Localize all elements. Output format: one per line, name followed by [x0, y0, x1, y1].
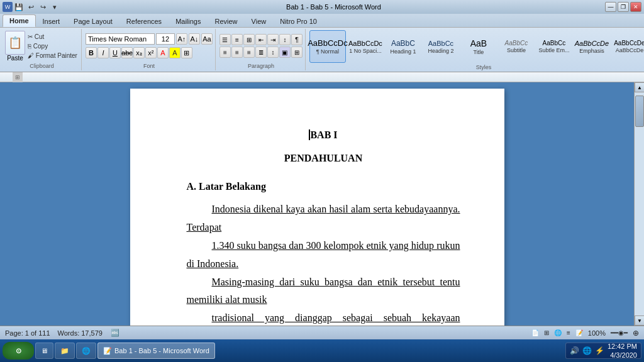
scroll-up-btn[interactable]: ▲	[635, 82, 644, 92]
paste-button[interactable]: 📋 Paste	[5, 31, 25, 62]
undo-quick-btn[interactable]: ↩	[26, 2, 36, 12]
paragraph-3: Masing-masing dari suku bangsa dan etnik…	[187, 273, 460, 310]
align-right-btn[interactable]: ≡	[243, 47, 255, 58]
clipboard-label: Clipboard	[5, 63, 79, 69]
view-web-btn[interactable]: 🌐	[554, 329, 562, 336]
cut-btn[interactable]: ✂ Cut	[26, 33, 79, 41]
tab-nitro[interactable]: Nitro Pro 10	[273, 14, 324, 27]
word-taskbar-btn[interactable]: 📝 Bab 1 - Bab 5 - Microsoft Word	[97, 343, 215, 359]
title-bar: W 💾 ↩ ↪ ▾ Bab 1 - Bab 5 - Microsoft Word…	[0, 0, 644, 14]
align-justify-btn[interactable]: ≣	[255, 47, 267, 58]
tab-view[interactable]: View	[245, 14, 274, 27]
paragraph-2: 1.340 suku bangsa dan 300 kelompok etnik…	[187, 237, 460, 273]
borders-btn[interactable]: ⊞	[291, 47, 303, 58]
show-marks-btn[interactable]: ¶	[291, 34, 303, 45]
paragraph-label: Paragraph	[219, 63, 303, 69]
italic-btn[interactable]: I	[97, 47, 109, 58]
format-painter-btn[interactable]: 🖌 Format Painter	[26, 52, 79, 60]
tray-icon-1[interactable]: 🔊	[570, 346, 580, 356]
close-btn[interactable]: ✕	[630, 2, 641, 12]
tab-page-layout[interactable]: Page Layout	[67, 14, 119, 27]
view-draft-btn[interactable]: 📝	[575, 329, 583, 336]
align-left-btn[interactable]: ≡	[219, 47, 231, 58]
word-taskbar-icon: 📝	[103, 347, 112, 355]
tray-icon-3[interactable]: ⚡	[595, 346, 605, 356]
scroll-track	[635, 92, 644, 315]
scroll-down-btn[interactable]: ▼	[635, 315, 644, 326]
show-desktop-btn[interactable]: 🖥	[35, 343, 53, 359]
font-color-btn[interactable]: A	[157, 47, 169, 58]
underline-btn[interactable]: U	[109, 47, 121, 58]
view-full-btn[interactable]: ⊞	[544, 329, 549, 336]
style-subtitle[interactable]: AaBbCc Subtitle	[498, 30, 535, 63]
grow-font-btn[interactable]: A↑	[176, 33, 187, 45]
highlight-btn[interactable]: A	[169, 47, 180, 58]
font-extra-btn[interactable]: ⊞	[181, 47, 192, 58]
increase-indent-btn[interactable]: ⇥	[267, 34, 279, 45]
list-ordered-btn[interactable]: ≡	[231, 34, 243, 45]
style-title[interactable]: AaB Title	[460, 30, 497, 63]
style-subtle-emphasis[interactable]: AaBbCc Subtle Em...	[536, 30, 572, 63]
minimize-btn[interactable]: —	[605, 2, 616, 12]
style-no-spacing[interactable]: AaBbCcDc 1 No Spaci...	[347, 30, 384, 63]
tab-home[interactable]: Home	[3, 14, 36, 27]
list-multilevel-btn[interactable]: ⊞	[243, 34, 255, 45]
redo-quick-btn[interactable]: ↪	[38, 2, 48, 12]
ribbon: Home Insert Page Layout References Maili…	[0, 14, 644, 72]
main-area: ⊞ BAB I PENDAHULUAN A. Latar Belakang In…	[0, 72, 644, 326]
tab-mailings[interactable]: Mailings	[169, 14, 208, 27]
subscript-btn[interactable]: x₂	[133, 47, 145, 58]
decrease-indent-btn[interactable]: ⇤	[255, 34, 267, 45]
start-button[interactable]: ⊙	[3, 342, 34, 359]
ruler-corner: ⊞	[13, 72, 23, 82]
shrink-font-btn[interactable]: A↓	[189, 33, 200, 45]
sort-btn[interactable]: ↕	[279, 34, 291, 45]
tab-review[interactable]: Review	[208, 14, 244, 27]
style-heading2[interactable]: AaBbCc Heading 2	[423, 30, 459, 63]
doc-chapter-subtitle: PENDAHULUAN	[187, 150, 460, 168]
tab-references[interactable]: References	[119, 14, 169, 27]
font-content: Times New Roman 12 A↑ A↓ Aa B I U abc	[86, 30, 213, 62]
copy-btn[interactable]: ⎘ Copy	[26, 42, 79, 50]
restore-btn[interactable]: ❐	[618, 2, 629, 12]
view-outline-btn[interactable]: ≡	[567, 329, 570, 336]
paste-icon: 📋	[5, 31, 25, 55]
style-normal[interactable]: AaBbCcDc ¶ Normal	[309, 30, 346, 63]
font-format-row: B I U abc x₂ x² A A ⊞	[86, 47, 213, 58]
tab-insert[interactable]: Insert	[36, 14, 67, 27]
zoom-slider[interactable]: ━━◉━	[611, 329, 628, 336]
spell-check-icon[interactable]: 🔤	[110, 328, 120, 338]
font-name-input[interactable]: Times New Roman	[86, 33, 155, 45]
line-spacing-btn[interactable]: ↕	[267, 47, 279, 58]
doc-scroll-area[interactable]: BAB I PENDAHULUAN A. Latar Belakang Indo…	[0, 82, 634, 326]
list-unordered-btn[interactable]: ☰	[219, 34, 231, 45]
clipboard-small-btns: ✂ Cut ⎘ Copy 🖌 Format Painter	[26, 33, 79, 60]
para3-text: Masing-masing dari suku bangsa dan etnik…	[187, 277, 460, 305]
style-aabbccde[interactable]: AaBbCcDe AaBbCcDe	[611, 30, 644, 63]
status-bar: Page: 1 of 111 Words: 17,579 🔤 📄 ⊞ 🌐 ≡ 📝…	[0, 326, 644, 339]
zoom-in-btn[interactable]: ⊕	[633, 329, 639, 337]
superscript-btn[interactable]: x²	[145, 47, 157, 58]
zoom-level: 100%	[588, 329, 606, 337]
view-print-btn[interactable]: 📄	[531, 329, 539, 336]
style-heading1[interactable]: AaBbC Heading 1	[385, 30, 421, 63]
strikethrough-btn[interactable]: abc	[121, 47, 133, 58]
start-orb: ⊙	[16, 347, 21, 355]
document-page[interactable]: BAB I PENDAHULUAN A. Latar Belakang Indo…	[130, 89, 504, 326]
scroll-thumb[interactable]	[635, 96, 644, 127]
para-row-bot: ≡ ≡ ≡ ≣ ↕ ▣ ⊞	[219, 47, 303, 58]
vertical-scrollbar: ▲ ▼	[634, 82, 644, 326]
save-quick-btn[interactable]: 💾	[14, 2, 24, 12]
font-size-input[interactable]: 12	[156, 33, 175, 45]
align-center-btn[interactable]: ≡	[231, 47, 243, 58]
explorer-btn[interactable]: 📁	[55, 343, 75, 359]
system-tray: 🔊 🌐 ⚡ 12:42 PM 4/3/2020	[565, 343, 641, 359]
tray-icon-2[interactable]: 🌐	[582, 346, 592, 356]
style-emphasis[interactable]: AaBbCcDe Emphasis	[574, 30, 610, 63]
clear-format-btn[interactable]: Aa	[201, 33, 213, 45]
qa-dropdown-btn[interactable]: ▾	[50, 2, 60, 12]
bold-btn[interactable]: B	[86, 47, 97, 58]
chrome-btn[interactable]: 🌐	[76, 343, 96, 359]
shading-btn[interactable]: ▣	[279, 47, 291, 58]
word-icon: W	[3, 2, 13, 12]
